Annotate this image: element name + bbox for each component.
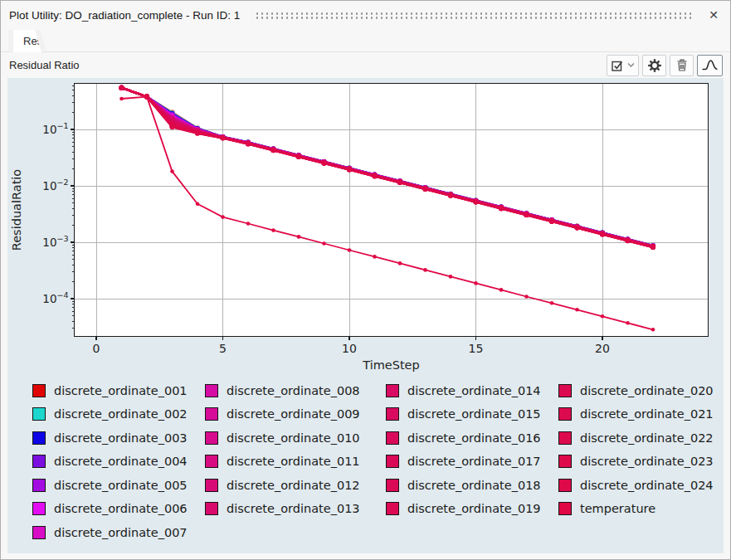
legend-item: discrete_ordinate_013 xyxy=(205,503,386,516)
legend-label: discrete_ordinate_017 xyxy=(407,455,541,468)
legend-item: discrete_ordinate_024 xyxy=(558,479,714,492)
residual-chart: 0510152010−110−210−310−4TimeStepResidual… xyxy=(7,78,724,375)
svg-text:10−1: 10−1 xyxy=(42,121,68,136)
settings-button[interactable] xyxy=(642,55,666,76)
legend-label: discrete_ordinate_021 xyxy=(580,407,714,421)
legend-swatch xyxy=(32,455,46,468)
legend-item: discrete_ordinate_007 xyxy=(32,526,205,539)
legend-swatch xyxy=(386,455,399,468)
legend-item: discrete_ordinate_016 xyxy=(386,431,558,445)
legend-label: discrete_ordinate_007 xyxy=(54,526,188,539)
legend-label: discrete_ordinate_002 xyxy=(54,407,188,421)
tab-close-icon[interactable]: ✕ xyxy=(105,37,113,46)
legend-item: discrete_ordinate_017 xyxy=(386,455,558,469)
legend-label: discrete_ordinate_016 xyxy=(407,431,541,445)
legend-item: discrete_ordinate_005 xyxy=(32,479,205,492)
window-close-icon[interactable]: ✕ xyxy=(705,7,722,22)
legend-swatch xyxy=(205,407,218,421)
legend-item: discrete_ordinate_020 xyxy=(558,384,714,397)
legend-item: discrete_ordinate_010 xyxy=(205,431,386,445)
legend-column: discrete_ordinate_020discrete_ordinate_0… xyxy=(558,384,714,550)
legend-label: discrete_ordinate_003 xyxy=(54,431,188,445)
legend-swatch xyxy=(32,407,46,421)
legend-item: discrete_ordinate_006 xyxy=(32,503,205,516)
delete-button[interactable] xyxy=(670,55,694,76)
svg-text:TimeStep: TimeStep xyxy=(362,358,420,372)
legend-swatch xyxy=(386,384,399,397)
legend-item: discrete_ordinate_009 xyxy=(205,408,386,421)
toolbar-button-group xyxy=(607,55,723,76)
trash-icon xyxy=(675,58,689,72)
legend-label: discrete_ordinate_018 xyxy=(407,479,541,492)
chevron-down-icon xyxy=(627,62,635,68)
legend-swatch xyxy=(32,384,46,397)
legend-item: discrete_ordinate_014 xyxy=(386,384,558,397)
legend-swatch xyxy=(558,384,572,397)
line-style-button[interactable] xyxy=(697,55,723,76)
legend-swatch xyxy=(32,526,46,539)
legend-label: discrete_ordinate_001 xyxy=(54,384,188,397)
legend-label: discrete_ordinate_020 xyxy=(580,384,714,397)
legend-item: discrete_ordinate_012 xyxy=(205,479,386,492)
plot-toolbar: Residual Ratio xyxy=(1,52,730,78)
legend-label: discrete_ordinate_019 xyxy=(407,502,541,515)
legend-swatch xyxy=(558,407,572,421)
legend-label: discrete_ordinate_014 xyxy=(407,384,541,397)
legend-swatch xyxy=(205,455,218,468)
legend-label: temperature xyxy=(580,502,655,515)
legend-item: discrete_ordinate_002 xyxy=(32,408,205,421)
plot-utility-window: Plot Utility: DO_radiation_complete - Ru… xyxy=(0,0,731,560)
legend-label: discrete_ordinate_006 xyxy=(54,502,188,515)
legend-item: temperature xyxy=(558,503,714,516)
legend-item: discrete_ordinate_021 xyxy=(558,408,714,421)
legend-swatch xyxy=(205,479,218,492)
legend-item: discrete_ordinate_022 xyxy=(558,431,714,445)
legend-column: discrete_ordinate_001discrete_ordinate_0… xyxy=(32,384,205,550)
legend-item: discrete_ordinate_015 xyxy=(386,408,558,421)
legend-item: discrete_ordinate_003 xyxy=(32,431,205,445)
tab-bar: Library✕Residual Ratio✕+✕ xyxy=(1,27,730,52)
legend-label: discrete_ordinate_013 xyxy=(227,502,360,515)
legend-swatch xyxy=(32,479,46,492)
legend-item: discrete_ordinate_008 xyxy=(205,384,386,397)
legend-swatch xyxy=(386,479,399,492)
legend-column: discrete_ordinate_008discrete_ordinate_0… xyxy=(205,384,386,550)
legend-item: discrete_ordinate_018 xyxy=(386,479,558,492)
tab-close-icon[interactable]: ✕ xyxy=(63,36,71,45)
svg-text:0: 0 xyxy=(93,342,100,355)
legend-label: discrete_ordinate_011 xyxy=(227,455,360,468)
svg-text:10−3: 10−3 xyxy=(42,234,68,249)
legend-swatch xyxy=(386,502,399,515)
legend-item: discrete_ordinate_011 xyxy=(205,455,386,469)
legend-label: discrete_ordinate_015 xyxy=(407,407,541,421)
legend-swatch xyxy=(205,502,218,515)
title-bar: Plot Utility: DO_radiation_complete - Ru… xyxy=(1,1,730,27)
legend-swatch xyxy=(558,479,572,492)
legend-label: discrete_ordinate_024 xyxy=(580,479,714,492)
legend-item: discrete_ordinate_019 xyxy=(386,503,558,516)
chart-legend: discrete_ordinate_001discrete_ordinate_0… xyxy=(7,384,724,550)
legend-swatch xyxy=(205,431,218,445)
legend-item: discrete_ordinate_004 xyxy=(32,455,205,469)
legend-label: discrete_ordinate_012 xyxy=(227,479,360,492)
svg-text:10: 10 xyxy=(342,342,357,355)
svg-text:10−4: 10−4 xyxy=(42,290,68,305)
legend-swatch xyxy=(386,431,399,445)
legend-label: discrete_ordinate_005 xyxy=(54,479,188,492)
panel-title: Residual Ratio xyxy=(9,59,607,71)
legend-swatch xyxy=(32,502,46,515)
legend-item: discrete_ordinate_023 xyxy=(558,455,714,469)
select-series-button[interactable] xyxy=(607,55,639,76)
drag-handle-dots[interactable] xyxy=(255,12,692,20)
gear-icon xyxy=(647,58,662,73)
svg-text:15: 15 xyxy=(469,342,484,355)
legend-label: discrete_ordinate_023 xyxy=(580,455,714,468)
tab-close-icon[interactable]: ✕ xyxy=(47,36,55,45)
legend-label: discrete_ordinate_022 xyxy=(580,431,714,445)
legend-label: discrete_ordinate_009 xyxy=(227,407,360,421)
svg-text:5: 5 xyxy=(219,342,227,355)
legend-swatch xyxy=(205,384,218,397)
plot-panel: 0510152010−110−210−310−4TimeStepResidual… xyxy=(7,78,724,553)
legend-item: discrete_ordinate_001 xyxy=(32,384,205,397)
legend-swatch xyxy=(558,431,572,445)
